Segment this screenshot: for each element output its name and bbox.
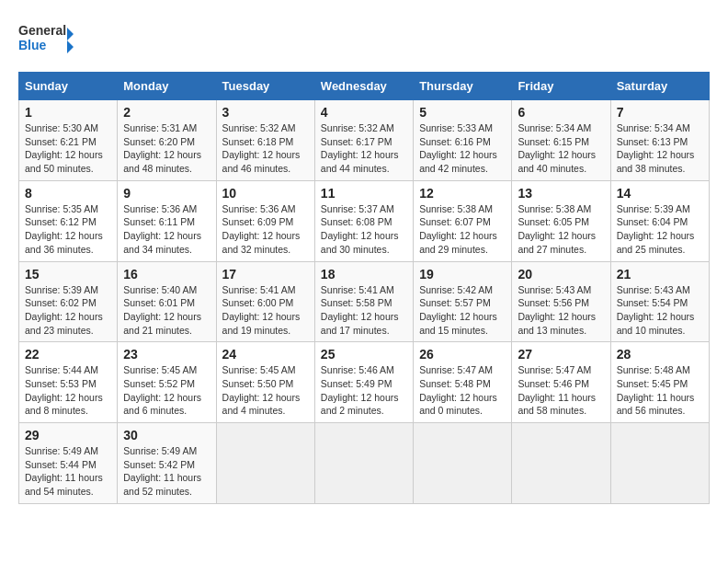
calendar-cell: 18Sunrise: 5:41 AM Sunset: 5:58 PM Dayli… [314,261,413,342]
day-number: 2 [123,105,210,120]
calendar-cell [314,423,413,504]
calendar-header-row: SundayMondayTuesdayWednesdayThursdayFrid… [19,73,710,100]
calendar-cell: 9Sunrise: 5:36 AM Sunset: 6:11 PM Daylig… [118,180,216,261]
day-number: 11 [321,186,407,201]
calendar-table: SundayMondayTuesdayWednesdayThursdayFrid… [18,72,710,504]
calendar-cell: 15Sunrise: 5:39 AM Sunset: 6:02 PM Dayli… [19,261,118,342]
calendar-cell: 2Sunrise: 5:31 AM Sunset: 6:20 PM Daylig… [118,100,216,181]
day-number: 25 [321,347,407,362]
calendar-cell: 17Sunrise: 5:41 AM Sunset: 6:00 PM Dayli… [216,261,314,342]
day-info: Sunrise: 5:34 AM Sunset: 6:13 PM Dayligh… [617,121,703,176]
logo: General Blue [18,18,74,63]
day-info: Sunrise: 5:41 AM Sunset: 5:58 PM Dayligh… [321,283,407,338]
calendar-cell: 25Sunrise: 5:46 AM Sunset: 5:49 PM Dayli… [314,342,413,423]
calendar-cell: 7Sunrise: 5:34 AM Sunset: 6:13 PM Daylig… [610,100,709,181]
day-number: 14 [617,186,703,201]
calendar-cell: 6Sunrise: 5:34 AM Sunset: 6:15 PM Daylig… [512,100,610,181]
day-info: Sunrise: 5:39 AM Sunset: 6:04 PM Dayligh… [617,202,703,257]
day-info: Sunrise: 5:49 AM Sunset: 5:44 PM Dayligh… [25,444,111,499]
day-number: 7 [617,105,703,120]
day-number: 18 [321,267,407,282]
day-number: 22 [25,347,111,362]
day-info: Sunrise: 5:45 AM Sunset: 5:50 PM Dayligh… [222,363,309,418]
day-info: Sunrise: 5:37 AM Sunset: 6:08 PM Dayligh… [321,202,407,257]
day-number: 1 [25,105,111,120]
header-friday: Friday [512,73,610,100]
day-info: Sunrise: 5:32 AM Sunset: 6:18 PM Dayligh… [222,121,309,176]
calendar-cell: 24Sunrise: 5:45 AM Sunset: 5:50 PM Dayli… [216,342,314,423]
day-info: Sunrise: 5:32 AM Sunset: 6:17 PM Dayligh… [321,121,407,176]
day-info: Sunrise: 5:40 AM Sunset: 6:01 PM Dayligh… [123,283,210,338]
day-info: Sunrise: 5:48 AM Sunset: 5:45 PM Dayligh… [617,363,703,418]
calendar-cell: 19Sunrise: 5:42 AM Sunset: 5:57 PM Dayli… [414,261,512,342]
calendar-cell [512,423,610,504]
day-number: 10 [222,186,309,201]
calendar-cell: 10Sunrise: 5:36 AM Sunset: 6:09 PM Dayli… [216,180,314,261]
day-number: 21 [617,267,703,282]
calendar-cell [610,423,709,504]
day-info: Sunrise: 5:47 AM Sunset: 5:46 PM Dayligh… [518,363,604,418]
day-info: Sunrise: 5:38 AM Sunset: 6:05 PM Dayligh… [518,202,604,257]
day-info: Sunrise: 5:41 AM Sunset: 6:00 PM Dayligh… [222,283,309,338]
calendar-cell: 23Sunrise: 5:45 AM Sunset: 5:52 PM Dayli… [118,342,216,423]
day-info: Sunrise: 5:31 AM Sunset: 6:20 PM Dayligh… [123,121,210,176]
page-header: General Blue [18,18,710,63]
day-info: Sunrise: 5:43 AM Sunset: 5:56 PM Dayligh… [518,283,604,338]
calendar-cell: 5Sunrise: 5:33 AM Sunset: 6:16 PM Daylig… [414,100,512,181]
calendar-cell: 3Sunrise: 5:32 AM Sunset: 6:18 PM Daylig… [216,100,314,181]
calendar-cell: 26Sunrise: 5:47 AM Sunset: 5:48 PM Dayli… [414,342,512,423]
calendar-cell: 14Sunrise: 5:39 AM Sunset: 6:04 PM Dayli… [610,180,709,261]
day-info: Sunrise: 5:49 AM Sunset: 5:42 PM Dayligh… [123,444,210,499]
calendar-cell: 1Sunrise: 5:30 AM Sunset: 6:21 PM Daylig… [19,100,118,181]
calendar-week-3: 15Sunrise: 5:39 AM Sunset: 6:02 PM Dayli… [19,261,710,342]
day-info: Sunrise: 5:30 AM Sunset: 6:21 PM Dayligh… [25,121,111,176]
calendar-week-4: 22Sunrise: 5:44 AM Sunset: 5:53 PM Dayli… [19,342,710,423]
calendar-week-1: 1Sunrise: 5:30 AM Sunset: 6:21 PM Daylig… [19,100,710,181]
svg-marker-2 [67,28,74,53]
day-number: 29 [25,428,111,442]
day-info: Sunrise: 5:36 AM Sunset: 6:09 PM Dayligh… [222,202,309,257]
calendar-cell: 11Sunrise: 5:37 AM Sunset: 6:08 PM Dayli… [314,180,413,261]
svg-text:General: General [18,23,66,38]
day-info: Sunrise: 5:39 AM Sunset: 6:02 PM Dayligh… [25,283,111,338]
day-number: 19 [419,267,506,282]
day-number: 20 [518,267,604,282]
day-info: Sunrise: 5:33 AM Sunset: 6:16 PM Dayligh… [419,121,506,176]
day-number: 27 [518,347,604,362]
calendar-cell: 13Sunrise: 5:38 AM Sunset: 6:05 PM Dayli… [512,180,610,261]
day-number: 28 [617,347,703,362]
day-info: Sunrise: 5:42 AM Sunset: 5:57 PM Dayligh… [419,283,506,338]
calendar-cell [414,423,512,504]
calendar-cell: 22Sunrise: 5:44 AM Sunset: 5:53 PM Dayli… [19,342,118,423]
calendar-cell: 21Sunrise: 5:43 AM Sunset: 5:54 PM Dayli… [610,261,709,342]
day-number: 23 [123,347,210,362]
day-info: Sunrise: 5:44 AM Sunset: 5:53 PM Dayligh… [25,363,111,418]
day-info: Sunrise: 5:43 AM Sunset: 5:54 PM Dayligh… [617,283,703,338]
day-info: Sunrise: 5:35 AM Sunset: 6:12 PM Dayligh… [25,202,111,257]
day-number: 15 [25,267,111,282]
header-sunday: Sunday [19,73,118,100]
header-saturday: Saturday [610,73,709,100]
day-info: Sunrise: 5:46 AM Sunset: 5:49 PM Dayligh… [321,363,407,418]
calendar-week-2: 8Sunrise: 5:35 AM Sunset: 6:12 PM Daylig… [19,180,710,261]
calendar-cell: 27Sunrise: 5:47 AM Sunset: 5:46 PM Dayli… [512,342,610,423]
day-info: Sunrise: 5:47 AM Sunset: 5:48 PM Dayligh… [419,363,506,418]
calendar-cell: 20Sunrise: 5:43 AM Sunset: 5:56 PM Dayli… [512,261,610,342]
svg-text:Blue: Blue [18,38,47,52]
day-number: 26 [419,347,506,362]
calendar-cell: 16Sunrise: 5:40 AM Sunset: 6:01 PM Dayli… [118,261,216,342]
calendar-cell: 4Sunrise: 5:32 AM Sunset: 6:17 PM Daylig… [314,100,413,181]
day-number: 4 [321,105,407,120]
day-number: 13 [518,186,604,201]
day-number: 3 [222,105,309,120]
day-number: 16 [123,267,210,282]
logo-svg: General Blue [18,18,74,63]
day-number: 5 [419,105,506,120]
day-info: Sunrise: 5:38 AM Sunset: 6:07 PM Dayligh… [419,202,506,257]
header-wednesday: Wednesday [314,73,413,100]
day-number: 24 [222,347,309,362]
day-number: 9 [123,186,210,201]
header-thursday: Thursday [414,73,512,100]
calendar-week-5: 29Sunrise: 5:49 AM Sunset: 5:44 PM Dayli… [19,423,710,504]
calendar-cell: 8Sunrise: 5:35 AM Sunset: 6:12 PM Daylig… [19,180,118,261]
